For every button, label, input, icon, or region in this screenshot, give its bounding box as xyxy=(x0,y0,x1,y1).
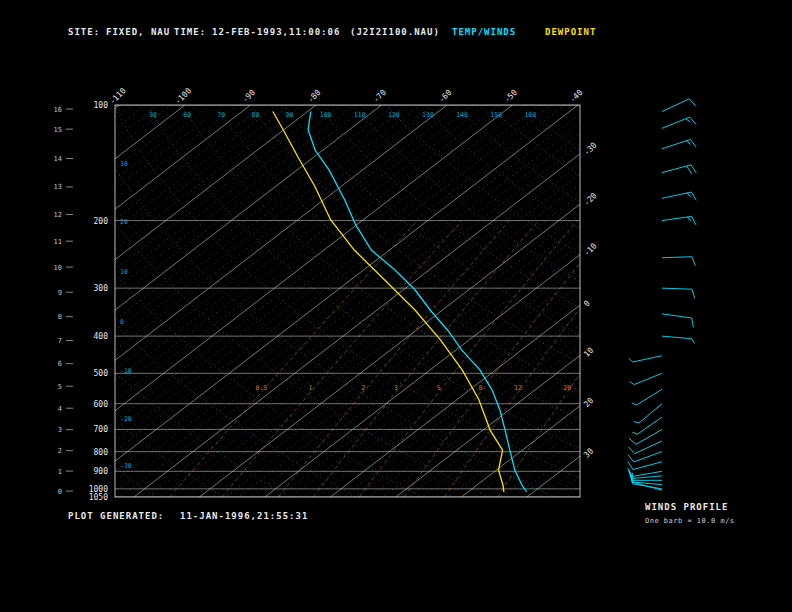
pressure-tick-label: 900 xyxy=(94,467,109,476)
mixing-ratio-label: 1 xyxy=(309,384,313,392)
height-tick-label: 16 xyxy=(54,106,62,114)
top-temp-label: -90 xyxy=(240,88,257,105)
height-tick-label: 12 xyxy=(54,211,62,219)
adiabat-label: 30 xyxy=(120,160,128,168)
pressure-tick-label: 300 xyxy=(94,284,109,293)
plot-frame xyxy=(115,105,580,497)
adiabat-label: 10 xyxy=(120,268,128,276)
right-temp-label: -30 xyxy=(582,141,599,158)
right-temp-label: 20 xyxy=(582,396,595,409)
adiabat-label: 120 xyxy=(388,111,400,119)
adiabat-label: 60 xyxy=(183,111,191,119)
height-tick-label: 5 xyxy=(58,383,62,391)
adiabat-label: 160 xyxy=(524,111,536,119)
right-temp-label: 10 xyxy=(582,345,595,358)
top-temp-label: -80 xyxy=(306,88,323,105)
height-tick-label: 6 xyxy=(58,360,62,368)
adiabat-label: 70 xyxy=(217,111,225,119)
top-temp-label: -100 xyxy=(173,86,193,106)
adiabat-label: 110 xyxy=(354,111,366,119)
pressure-tick-label: 200 xyxy=(94,217,109,226)
height-tick-label: 1 xyxy=(58,468,62,476)
pressure-tick-label: 400 xyxy=(94,332,109,341)
adiabat-label: 140 xyxy=(456,111,468,119)
adiabat-label: -10 xyxy=(120,367,132,375)
dewpoint-trace xyxy=(273,112,504,493)
height-tick-label: 9 xyxy=(58,289,62,297)
height-tick-label: 14 xyxy=(54,155,62,163)
height-tick-label: 3 xyxy=(58,426,62,434)
adiabat-label: -20 xyxy=(120,415,132,423)
pressure-tick-label: 800 xyxy=(94,448,109,457)
adiabat-label: 20 xyxy=(120,218,128,226)
mixing-ratio-label: 20 xyxy=(563,384,571,392)
right-temp-label: 30 xyxy=(582,446,595,459)
winds-profile-title: WINDS PROFILE xyxy=(645,502,728,512)
adiabat-label: 50 xyxy=(149,111,157,119)
right-temp-label: -20 xyxy=(582,191,599,208)
adiabat-label: 130 xyxy=(422,111,434,119)
adiabat-label: 100 xyxy=(320,111,332,119)
top-temp-label: -70 xyxy=(371,88,388,105)
pressure-tick-label: 700 xyxy=(94,425,109,434)
adiabat-label: 90 xyxy=(286,111,294,119)
height-tick-label: 15 xyxy=(54,126,62,134)
adiabat-label: 80 xyxy=(251,111,259,119)
height-tick-label: 13 xyxy=(54,183,62,191)
mixing-ratio-label: 8 xyxy=(478,384,482,392)
skewt-grid xyxy=(0,105,792,497)
plot-generated-label: PLOT GENERATED: xyxy=(68,511,164,521)
right-temp-label: 0 xyxy=(582,299,592,309)
mixing-ratio-label: 5 xyxy=(437,384,441,392)
height-tick-label: 0 xyxy=(58,488,62,496)
top-temp-label: -50 xyxy=(502,88,519,105)
pressure-tick-label: 500 xyxy=(94,369,109,378)
winds-profile-subtitle: One barb = 10.0 m/s xyxy=(645,517,735,525)
mixing-ratio-label: 0.5 xyxy=(256,384,268,392)
adiabat-label: 150 xyxy=(490,111,502,119)
plot-generated-value: 11-JAN-1996,21:55:31 xyxy=(180,511,308,521)
temperature-trace xyxy=(308,112,527,493)
winds-profile-barbs xyxy=(628,99,696,490)
height-tick-label: 11 xyxy=(54,238,62,246)
height-tick-label: 4 xyxy=(58,405,62,413)
mixing-ratio-label: 12 xyxy=(514,384,522,392)
adiabat-label: -30 xyxy=(120,462,132,470)
top-temp-label: -60 xyxy=(437,88,454,105)
height-tick-label: 2 xyxy=(58,447,62,455)
top-temp-label: -110 xyxy=(108,86,128,106)
mixing-ratio-label: 3 xyxy=(394,384,398,392)
height-tick-label: 8 xyxy=(58,313,62,321)
adiabat-label: 0 xyxy=(120,318,124,326)
pressure-tick-label: 1050 xyxy=(89,493,108,502)
pressure-tick-label: 100 xyxy=(94,101,109,110)
pressure-tick-label: 600 xyxy=(94,400,109,409)
skewt-app-window: SITE: FIXED, NAU TIME: 12-FEB-1993,11:00… xyxy=(0,0,792,612)
top-temp-label: -40 xyxy=(568,88,585,105)
sounding-traces xyxy=(273,112,527,493)
right-temp-label: -10 xyxy=(582,241,599,258)
height-tick-label: 10 xyxy=(54,264,62,272)
height-tick-label: 7 xyxy=(58,337,62,345)
mixing-ratio-label: 2 xyxy=(361,384,365,392)
